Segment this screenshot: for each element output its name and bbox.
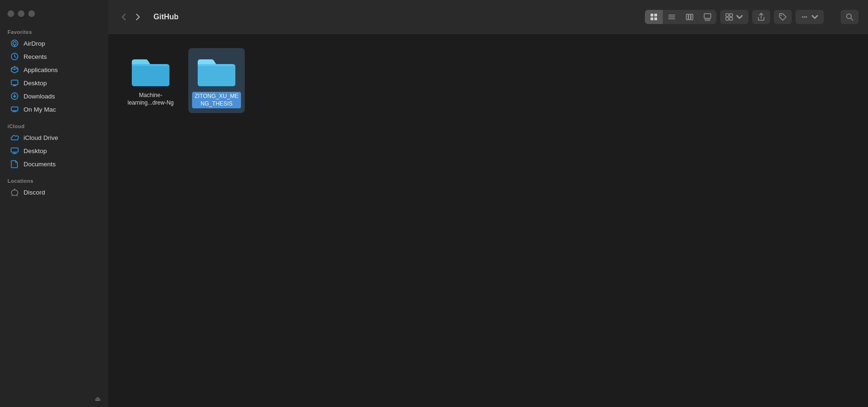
sidebar-item-downloads[interactable]: Downloads [3, 90, 105, 103]
svg-rect-37 [730, 17, 732, 20]
icloud-section-label: iCloud [0, 121, 108, 131]
sidebar-item-icloud-drive[interactable]: iCloud Drive [3, 131, 105, 144]
file-item-folder2[interactable]: ZITONG_XU_MENG_THESIS [188, 48, 245, 113]
svg-rect-14 [11, 148, 18, 152]
tags-button[interactable] [774, 10, 792, 24]
svg-line-5 [15, 68, 18, 70]
airdrop-icon [10, 39, 19, 48]
airdrop-label: AirDrop [24, 40, 45, 47]
locations-section-label: Locations [0, 175, 108, 186]
sidebar-item-desktop[interactable]: Desktop [3, 76, 105, 90]
svg-rect-36 [726, 17, 729, 20]
downloads-icon [10, 92, 19, 100]
close-button[interactable] [8, 10, 14, 17]
minimize-button[interactable] [18, 10, 24, 17]
svg-rect-29 [689, 14, 691, 20]
svg-point-40 [804, 16, 805, 17]
sidebar-bottom: ⏏ [0, 390, 108, 407]
sidebar-item-airdrop[interactable]: AirDrop [3, 37, 105, 50]
recents-icon [10, 52, 19, 61]
svg-line-20 [17, 195, 18, 196]
svg-rect-28 [686, 14, 688, 20]
svg-rect-33 [708, 19, 710, 21]
desktop-label: Desktop [24, 80, 47, 87]
discord-icon [10, 188, 19, 196]
documents-label: Documents [24, 161, 56, 168]
sidebar-item-discord[interactable]: Discord [3, 186, 105, 199]
group-button[interactable] [720, 10, 748, 24]
view-gallery-button[interactable] [699, 10, 716, 24]
traffic-lights [0, 7, 108, 26]
view-button-group [645, 10, 716, 24]
view-list-button[interactable] [663, 10, 681, 24]
desktop-icon [10, 79, 19, 87]
sidebar: Favorites AirDrop Recents [0, 0, 108, 407]
svg-line-43 [851, 18, 853, 20]
svg-point-17 [11, 190, 18, 195]
svg-rect-31 [704, 14, 711, 18]
eject-icon: ⏏ [95, 395, 101, 402]
more-button[interactable] [796, 10, 824, 24]
icloud-icon [10, 133, 19, 142]
recents-label: Recents [24, 53, 47, 60]
svg-point-41 [806, 16, 807, 17]
search-button[interactable] [841, 10, 859, 24]
toolbar-title: GitHub [153, 13, 639, 21]
sidebar-item-icloud-desktop[interactable]: Desktop [3, 144, 105, 157]
onmymac-label: On My Mac [24, 106, 56, 113]
svg-rect-35 [730, 14, 732, 16]
share-button[interactable] [752, 10, 770, 24]
view-columns-button[interactable] [681, 10, 699, 24]
toolbar-actions [645, 10, 859, 24]
svg-rect-22 [654, 14, 657, 16]
applications-icon [10, 65, 19, 74]
svg-rect-34 [726, 14, 729, 16]
folder2-icon [195, 53, 238, 88]
svg-line-6 [11, 68, 15, 70]
file-grid: Machine-learning...drew-Ng ZITONG_XU_MEN… [108, 34, 868, 407]
sidebar-item-documents[interactable]: Documents [3, 157, 105, 171]
applications-label: Applications [24, 66, 58, 73]
back-button[interactable] [118, 11, 130, 23]
svg-rect-7 [11, 80, 18, 85]
svg-line-19 [12, 195, 13, 196]
discord-label: Discord [24, 189, 45, 196]
file-item-folder1[interactable]: Machine-learning...drew-Ng [122, 48, 179, 113]
icloud-drive-label: iCloud Drive [24, 134, 58, 141]
sidebar-item-recents[interactable]: Recents [3, 50, 105, 63]
svg-rect-24 [654, 17, 657, 20]
nav-buttons [118, 11, 144, 23]
svg-rect-32 [705, 19, 707, 21]
svg-point-38 [780, 15, 781, 16]
mac-icon [10, 105, 19, 114]
svg-rect-23 [651, 17, 653, 20]
main-content: GitHub [108, 0, 868, 407]
maximize-button[interactable] [28, 10, 35, 17]
svg-rect-21 [651, 14, 653, 16]
folder1-label: Machine-learning...drew-Ng [126, 92, 175, 106]
svg-point-1 [13, 42, 16, 45]
svg-point-39 [802, 16, 804, 17]
folder2-label: ZITONG_XU_MENG_THESIS [192, 92, 241, 108]
view-icons-button[interactable] [645, 10, 663, 24]
svg-rect-12 [11, 107, 18, 111]
icloud-desktop-label: Desktop [24, 147, 47, 155]
icloud-desktop-icon [10, 147, 19, 155]
downloads-label: Downloads [24, 93, 55, 100]
sidebar-item-onmymac[interactable]: On My Mac [3, 103, 105, 116]
documents-icon [10, 160, 19, 168]
forward-button[interactable] [132, 11, 144, 23]
svg-rect-30 [691, 14, 693, 20]
toolbar: GitHub [108, 0, 868, 34]
folder1-icon [129, 53, 172, 88]
sidebar-item-applications[interactable]: Applications [3, 63, 105, 76]
favorites-section-label: Favorites [0, 26, 108, 37]
